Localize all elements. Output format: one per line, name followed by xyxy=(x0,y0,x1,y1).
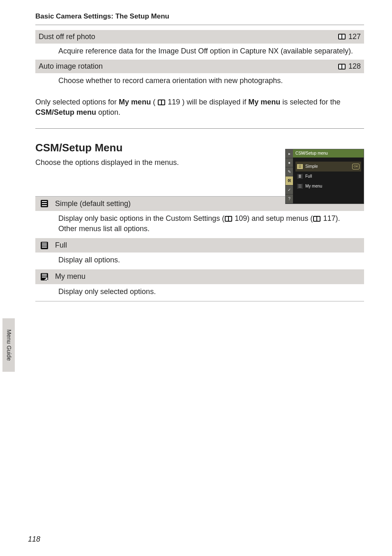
option-desc: Display only selected options. xyxy=(35,284,364,301)
option-row: Full Display all options. xyxy=(35,238,364,269)
mymenu-icon xyxy=(39,273,50,281)
lcd-title: CSM/Setup menu xyxy=(293,149,364,158)
lcd-item-selected: ☰ Simple OK xyxy=(295,162,361,171)
page-number: 118 xyxy=(28,534,40,544)
book-icon xyxy=(225,216,232,222)
option-desc: Display only basic options in the Custom… xyxy=(35,211,364,238)
lcd-tab: ✎ xyxy=(286,167,293,176)
side-tab: Menu Guide xyxy=(2,318,15,372)
lcd-tab: ● xyxy=(286,158,293,167)
lcd-tab: ✓ xyxy=(286,185,293,195)
option-header: My menu xyxy=(35,269,364,284)
camera-lcd: ▸ ● ✎ 🛠 ✓ ? CSM/Setup menu ☰ Simple OK ≣… xyxy=(285,149,364,204)
svg-rect-10 xyxy=(42,243,47,243)
page-ref-number: 128 xyxy=(348,61,361,72)
text: ) will be displayed if xyxy=(182,98,248,106)
mid-paragraph: Only selected options for My menu ( 119 … xyxy=(35,97,364,118)
bold-text: CSM/Setup menu xyxy=(35,108,96,116)
svg-rect-13 xyxy=(42,247,47,248)
setting-row-header: Auto image rotation 128 xyxy=(35,60,364,73)
option-title: My menu xyxy=(55,271,85,282)
side-tab-label: Menu Guide xyxy=(5,329,13,361)
page-ref-number: 109 xyxy=(235,214,247,222)
lcd-item-label: Simple xyxy=(305,164,318,169)
svg-rect-11 xyxy=(42,244,47,245)
divider xyxy=(35,128,364,129)
book-icon xyxy=(338,64,346,70)
full-icon: ≣ xyxy=(297,174,303,179)
setting-title: Dust off ref photo xyxy=(39,32,95,42)
bold-text: My menu xyxy=(119,98,151,106)
svg-rect-15 xyxy=(42,274,47,275)
page-reference: 127 xyxy=(338,32,361,42)
text: Only selected options for xyxy=(35,98,119,106)
page-reference: 128 xyxy=(338,61,361,72)
lcd-item: ≣ Full xyxy=(295,171,361,181)
running-head: Basic Camera Settings: The Setup Menu xyxy=(35,12,364,25)
page: Basic Camera Settings: The Setup Menu Du… xyxy=(0,0,392,556)
svg-rect-16 xyxy=(42,276,47,276)
setting-title: Auto image rotation xyxy=(39,61,103,72)
ok-badge: OK xyxy=(352,164,360,169)
setting-row: Auto image rotation 128 Choose whether t… xyxy=(35,60,364,89)
setting-desc: Acquire reference data for the Image Dus… xyxy=(35,44,364,60)
page-ref-number: 119 xyxy=(168,98,180,106)
book-icon xyxy=(313,216,321,222)
lcd-sidebar: ▸ ● ✎ 🛠 ✓ ? xyxy=(286,149,293,204)
option-title: Full xyxy=(55,240,67,250)
settings-rows: Dust off ref photo 127 Acquire reference… xyxy=(35,30,364,90)
option-desc: Display all options. xyxy=(35,253,364,269)
setting-desc: Choose whether to record camera orientat… xyxy=(35,73,364,89)
book-icon xyxy=(338,34,346,39)
simple-icon xyxy=(39,199,50,208)
simple-icon: ☰ xyxy=(297,164,303,169)
text: Display only basic options in the Custom… xyxy=(58,214,224,222)
lcd-tab-active: 🛠 xyxy=(286,176,293,185)
svg-rect-5 xyxy=(42,203,47,204)
lcd-item-label: My menu xyxy=(305,183,322,189)
lcd-item-label: Full xyxy=(305,174,312,179)
option-header: Full xyxy=(35,238,364,253)
mymenu-icon: ☷ xyxy=(297,184,303,189)
lcd-body: ☰ Simple OK ≣ Full ☷ My menu xyxy=(293,158,364,204)
lcd-item: ☷ My menu xyxy=(295,181,361,191)
page-ref-number: 127 xyxy=(348,32,361,42)
book-icon xyxy=(158,100,165,105)
svg-rect-12 xyxy=(42,246,47,246)
lcd-tab: ▸ xyxy=(286,149,293,158)
options-table: Simple (default setting) Display only ba… xyxy=(35,196,364,301)
text: ( xyxy=(153,98,155,106)
text: is selected for the xyxy=(282,98,340,106)
option-title: Simple (default setting) xyxy=(55,199,131,209)
svg-rect-6 xyxy=(42,205,47,206)
setting-row-header: Dust off ref photo 127 xyxy=(35,30,364,44)
text: ) and setup menus ( xyxy=(247,214,313,222)
page-ref-number: 117 xyxy=(323,214,335,222)
setting-row: Dust off ref photo 127 Acquire reference… xyxy=(35,30,364,60)
lcd-tab: ? xyxy=(286,195,293,204)
text: option. xyxy=(98,108,120,116)
bold-text: My menu xyxy=(248,98,280,106)
svg-rect-4 xyxy=(42,201,47,202)
option-row: My menu Display only selected options. xyxy=(35,269,364,301)
full-icon xyxy=(39,241,50,250)
lcd-main: CSM/Setup menu ☰ Simple OK ≣ Full ☷ My m… xyxy=(293,149,364,204)
